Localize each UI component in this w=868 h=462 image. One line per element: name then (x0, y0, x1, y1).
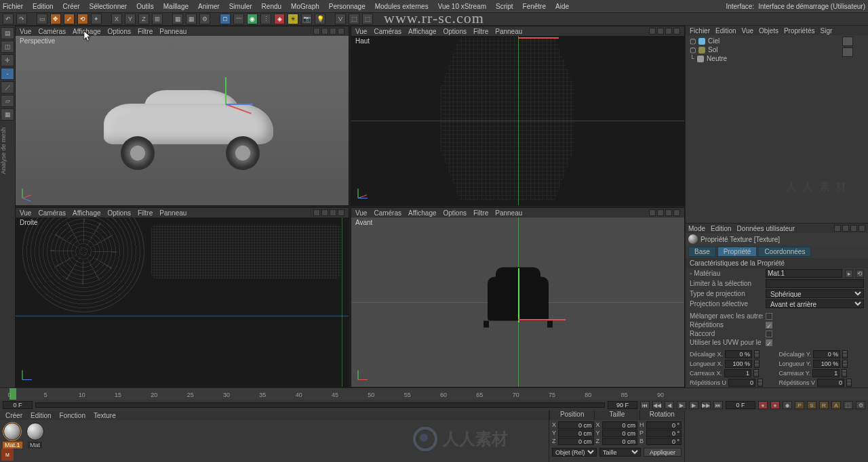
vp-filtre[interactable]: Filtre (138, 28, 153, 35)
vray-icon[interactable]: V (335, 14, 346, 24)
limit-field[interactable] (766, 279, 864, 288)
timeline[interactable]: 051015202530354045505560657075808590 ⏮ ◀… (0, 387, 868, 411)
tl-prevkey[interactable]: ◀◀ (652, 401, 662, 409)
tl-start[interactable] (3, 401, 33, 409)
vp-affichage[interactable]: Affichage (73, 28, 101, 35)
menu-fichier[interactable]: Fichier (3, 3, 23, 10)
uvw-checkbox[interactable]: ✓ (766, 339, 772, 346)
menu-outils[interactable]: Outils (136, 3, 154, 10)
tl-record[interactable]: ● (758, 401, 768, 409)
tl-opt[interactable]: ⚙ (856, 401, 865, 409)
obj-sol[interactable]: ▢Sol (687, 45, 842, 54)
add-nurbs[interactable]: ◉ (247, 14, 258, 24)
lock-y[interactable]: Y (125, 14, 136, 24)
tl-nextframe[interactable]: ▶ (689, 401, 698, 409)
attr-nav-back[interactable] (834, 225, 841, 232)
menu-edition[interactable]: Edition (33, 3, 54, 10)
move-tool[interactable]: ✥ (50, 14, 61, 24)
interface-dropdown[interactable]: Interface de démarrage (Utilisateur) (758, 3, 865, 10)
tl-end[interactable] (608, 401, 637, 409)
render-settings[interactable]: ⚙ (199, 14, 210, 24)
vp-icon[interactable] (313, 28, 320, 35)
add-light[interactable]: 💡 (315, 14, 326, 24)
axis-y[interactable] (518, 268, 519, 322)
lock-x[interactable]: X (111, 14, 122, 24)
undo-button[interactable]: ↶ (3, 14, 14, 24)
timeline-ruler[interactable]: 051015202530354045505560657075808590 (0, 388, 868, 400)
add-camera[interactable]: 📷 (301, 14, 312, 24)
point-mode[interactable]: · (1, 68, 14, 80)
tl-prevframe[interactable]: ◀ (665, 401, 674, 409)
vp-cameras[interactable]: Caméras (38, 28, 66, 35)
mix-checkbox[interactable] (766, 313, 772, 320)
vp-icon[interactable] (321, 28, 328, 35)
attr-userdata[interactable]: Données utilisateur (737, 225, 795, 232)
material-mat[interactable]: Mat (26, 423, 44, 448)
poly-mode[interactable]: ▱ (1, 95, 14, 107)
object-axis[interactable]: ✛ (1, 54, 14, 66)
coord-mode1[interactable]: Objet (Rel) (552, 448, 597, 457)
add-cube[interactable]: □ (220, 14, 231, 24)
material-clear[interactable]: ⟲ (856, 270, 864, 278)
proj-dropdown[interactable]: Sphérique (766, 289, 864, 298)
mat-creer[interactable]: Créer (5, 412, 22, 419)
menu-modules[interactable]: Modules externes (375, 3, 429, 10)
scale-tool[interactable]: ⤢ (64, 14, 75, 24)
rotate-tool[interactable]: ⟲ (77, 14, 88, 24)
attr-edition[interactable]: Edition (711, 225, 732, 232)
tl-keysel[interactable]: ◆ (783, 401, 792, 409)
tl-pla[interactable]: ⬚ (844, 401, 853, 409)
rep-checkbox[interactable]: ✓ (766, 322, 772, 329)
menu-aide[interactable]: Aide (555, 3, 569, 10)
tool-extra2[interactable]: ⬚ (362, 14, 373, 24)
tl-nextkey[interactable]: ▶▶ (701, 401, 711, 409)
tl-autokey[interactable]: ● (770, 401, 780, 409)
material-area[interactable]: M Mat.1 Mat 人人素材 (0, 420, 549, 462)
attr-mode[interactable]: Mode (688, 225, 705, 232)
redo-button[interactable]: ↷ (16, 14, 27, 24)
menu-maillage[interactable]: Maillage (163, 3, 189, 10)
attr-lock[interactable] (859, 225, 865, 232)
axis-x[interactable] (518, 319, 566, 320)
rac-checkbox[interactable] (766, 331, 772, 337)
render-view[interactable]: ▦ (172, 14, 183, 24)
material-field[interactable] (766, 269, 842, 278)
render-picture[interactable]: ▦ (186, 14, 197, 24)
tl-gostart[interactable]: ⏮ (640, 401, 650, 409)
add-deformer[interactable]: ◈ (274, 14, 285, 24)
menu-selectionner[interactable]: Sélectionner (90, 3, 127, 10)
vp-options[interactable]: Options (108, 28, 131, 35)
select-tool[interactable]: ▭ (37, 14, 47, 24)
object-tree[interactable]: ▢Ciel ▢Sol └Neutre (686, 35, 868, 79)
tab-coordonnees[interactable]: Coordonnées (758, 247, 811, 257)
last-tool[interactable]: ✦ (91, 14, 102, 24)
tag-icon[interactable] (842, 47, 853, 57)
tl-pos[interactable]: P (795, 401, 804, 409)
add-array[interactable]: ⋮ (260, 14, 271, 24)
attr-nav-fwd[interactable] (850, 225, 857, 232)
vp-icon[interactable] (330, 28, 336, 35)
tl-param[interactable]: A (831, 401, 841, 409)
vp-icon[interactable] (338, 28, 344, 35)
tl-goend[interactable]: ⏭ (713, 401, 723, 409)
attr-nav-up[interactable] (842, 225, 849, 232)
material-picker[interactable]: ▸ (845, 270, 853, 278)
tab-base[interactable]: Base (688, 247, 716, 257)
menu-simuler[interactable]: Simuler (229, 3, 252, 10)
viewport-top[interactable]: VueCamérasAffichageOptionsFiltrePanneau … (351, 26, 685, 206)
add-environment[interactable]: ☀ (288, 14, 298, 24)
menu-personnage[interactable]: Personnage (329, 3, 366, 10)
texture-mode[interactable]: ▦ (1, 108, 14, 121)
viewport-perspective[interactable]: Vue Caméras Affichage Options Filtre Pan… (15, 26, 349, 206)
tl-play[interactable]: ▶ (677, 401, 686, 409)
menu-creer[interactable]: Créer (63, 3, 80, 10)
obj-neutre[interactable]: └Neutre (687, 54, 842, 63)
tool-extra1[interactable]: ⬚ (349, 14, 359, 24)
tab-propriete[interactable]: Propriété (717, 247, 757, 257)
mat-edition[interactable]: Edition (31, 412, 52, 419)
tl-current[interactable] (726, 401, 755, 409)
material-mat1[interactable]: Mat.1 (3, 423, 22, 448)
mat-texture[interactable]: Texture (94, 412, 116, 419)
lock-z[interactable]: Z (138, 14, 149, 24)
menu-fenetre[interactable]: Fenêtre (523, 3, 546, 10)
